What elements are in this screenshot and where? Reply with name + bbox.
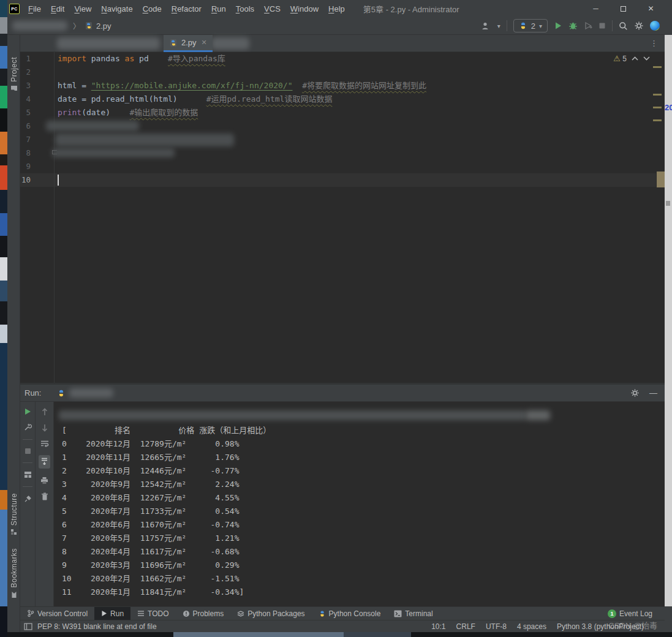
event-log-item[interactable]: 1 Event Log [608,609,665,618]
stripe-warning-mark[interactable] [653,107,662,108]
tab-label: 2.py [181,38,197,47]
breadcrumb-file-label: 2.py [96,21,111,31]
clear-console-trash-icon[interactable] [41,492,48,500]
tool-window-terminal[interactable]: Terminal [387,607,439,620]
tool-window-python-console[interactable]: Python Console [312,607,388,620]
maximize-button[interactable] [610,0,637,17]
python-logo-icon [519,21,527,30]
stripe-warning-mark[interactable] [653,94,662,96]
python-logo-icon [57,389,66,398]
user-account-icon[interactable] [481,21,491,30]
python-interpreter[interactable]: Python 3.8 (pythonProject) [557,622,644,631]
editor-scrollbar-thumb[interactable] [657,172,665,187]
run-panel: [ 排名 价格 涨跌（和上月相比）0 2020年12月 12789元/m² 0.… [20,402,665,606]
tool-window-problems[interactable]: Problems [176,607,231,620]
run-config-dropdown-icon: ▾ [539,23,542,29]
restore-layout-icon[interactable] [24,471,32,478]
run-play-icon [101,610,107,617]
packages-icon [237,610,244,617]
soft-wrap-icon[interactable] [40,440,49,447]
pin-tab-icon[interactable] [24,495,32,503]
minimize-button[interactable]: ─ [582,0,610,17]
tool-window-todo[interactable]: TODO [130,607,175,620]
project-folder-icon [10,85,18,92]
stop-button[interactable] [598,22,606,29]
problems-icon [183,610,190,617]
todo-list-icon [137,610,145,617]
previous-warning-icon[interactable] [632,56,638,61]
run-with-coverage-button[interactable] [584,21,592,30]
tool-window-version-control[interactable]: Version Control [20,607,94,620]
hide-panel-icon[interactable]: — [649,388,657,398]
menu-run[interactable]: Run [206,4,231,13]
caret-position[interactable]: 10:1 [431,622,445,631]
background-text: 20 [665,103,672,112]
run-button[interactable] [554,21,562,30]
debug-button[interactable] [568,21,578,30]
tab-overflow-menu-icon[interactable]: ⋮ [650,39,659,48]
bookmark-icon [11,591,17,598]
menu-window[interactable]: Window [285,4,323,13]
menu-navigate[interactable]: Navigate [96,4,137,13]
status-message[interactable]: PEP 8: W391 blank line at end of file [37,622,157,631]
up-stack-trace-icon[interactable] [41,408,48,416]
desktop-edge-bottom [7,632,672,637]
stripe-warning-mark[interactable] [653,119,662,121]
background-window-edge [665,35,672,606]
stripe-warning-mark[interactable] [653,66,662,68]
menu-vcs[interactable]: VCS [259,4,285,13]
run-tab-name-redacted [69,388,113,398]
code-redacted-1 [46,121,139,131]
tab-2py[interactable]: 2.py ✕ [164,35,213,52]
event-log-label: Event Log [619,609,652,618]
stop-process-button[interactable] [25,448,31,454]
scroll-to-end-button[interactable] [39,455,50,469]
code-with-me-icon[interactable] [650,21,660,31]
code-editor[interactable]: 12345678910 import pandas as pd #导入panda… [20,52,665,383]
menu-refactor[interactable]: Refactor [167,4,206,13]
python-file-icon [85,21,93,30]
line-separator[interactable]: CRLF [456,622,475,631]
user-dropdown-icon[interactable]: ▾ [497,23,500,29]
tool-window-python-packages[interactable]: Python Packages [230,607,311,620]
tool-window-project[interactable]: Project [7,57,20,92]
tool-window-structure[interactable]: Structure [7,493,20,535]
run-settings-gear-icon[interactable] [630,388,640,398]
tool-window-toggle-icon[interactable] [24,623,32,630]
next-warning-icon[interactable] [643,56,650,61]
desktop-edge-right: 20 [665,0,672,637]
settings-gear-icon[interactable] [634,21,644,31]
close-button[interactable]: ✕ [637,0,665,17]
search-everywhere-icon[interactable] [619,21,628,31]
menu-bar: File Edit View Navigate Code Refactor Ru… [23,4,350,13]
console-output: [ 排名 价格 涨跌（和上月相比）0 2020年12月 12789元/m² 0.… [62,424,271,599]
menu-code[interactable]: Code [138,4,167,13]
file-encoding[interactable]: UTF-8 [486,622,507,631]
print-icon[interactable] [40,477,48,484]
rerun-button[interactable] [24,408,31,415]
command-line-redacted [59,410,526,420]
menu-file[interactable]: File [23,4,46,13]
warning-icon: ⚠ [613,54,621,63]
inspection-widget[interactable]: ⚠ 5 [613,54,650,63]
inspection-count: 5 [622,55,627,63]
down-stack-trace-icon[interactable] [41,424,48,432]
run-console[interactable]: [ 排名 价格 涨跌（和上月相比）0 2020年12月 12789元/m² 0.… [54,402,665,606]
menu-edit[interactable]: Edit [46,4,69,13]
breadcrumb-file[interactable]: 2.py [85,21,111,31]
run-configuration-name: 2 [531,21,535,31]
title-bar: PC File Edit View Navigate Code Refactor… [7,0,665,17]
run-tab[interactable] [57,388,113,398]
tab-close-icon[interactable]: ✕ [202,39,207,47]
edit-configuration-wrench-icon[interactable] [24,423,32,431]
menu-view[interactable]: View [69,4,96,13]
menu-tools[interactable]: Tools [231,4,259,13]
tool-window-bookmarks[interactable]: Bookmarks [7,548,20,598]
run-panel-label: Run: [25,388,41,398]
indent-style[interactable]: 4 spaces [517,622,546,631]
tool-window-run[interactable]: Run [94,607,130,620]
menu-help[interactable]: Help [323,4,350,13]
tab-redacted-right [211,37,249,50]
run-panel-header: Run: — [20,385,665,402]
run-configuration-select[interactable]: 2 ▾ [513,19,548,32]
